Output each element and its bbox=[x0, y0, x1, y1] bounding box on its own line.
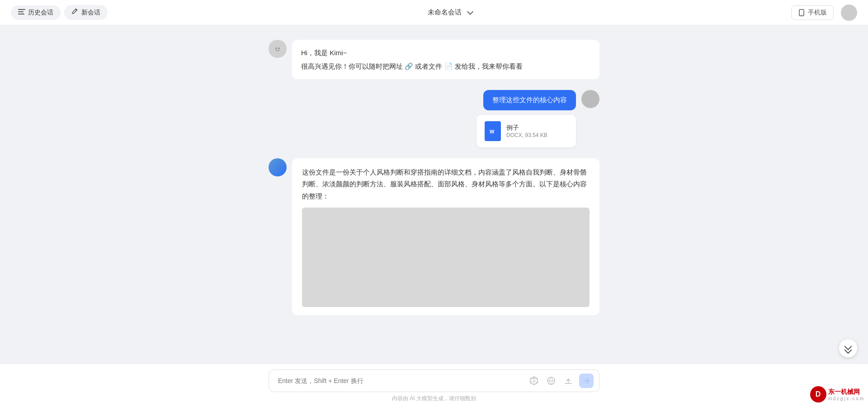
input-actions bbox=[528, 374, 594, 388]
input-box bbox=[269, 369, 599, 392]
file-card: W 例子 DOCX, 93.54 KB bbox=[476, 115, 576, 147]
greeting-line2: 很高兴遇见你！你可以随时把网址 🔗 或者文件 📄 发给我，我来帮你看看 bbox=[301, 61, 590, 72]
svg-point-5 bbox=[275, 47, 277, 49]
input-container: 内容由 AI 大模型生成，请仔细甄别 bbox=[258, 369, 610, 407]
disclaimer-text: 内容由 AI 大模型生成，请仔细甄别 bbox=[392, 395, 476, 402]
ai-message-row: Hi，我是 Kimi~ 很高兴遇见你！你可以随时把网址 🔗 或者文件 📄 发给我… bbox=[269, 40, 599, 79]
svg-point-4 bbox=[801, 14, 802, 15]
kimi-response-text: 这份文件是一份关于个人风格判断和穿搭指南的详细文档，内容涵盖了风格自我判断、身材… bbox=[302, 166, 590, 202]
new-chat-label: 新会话 bbox=[81, 9, 100, 17]
file-icon: W bbox=[485, 121, 501, 141]
watermark-site: 东一机械网 bbox=[828, 388, 863, 396]
greeting-line1: Hi，我是 Kimi~ bbox=[301, 47, 590, 59]
user-message-wrap: 整理这些文件的核心内容 W 例子 DOCX, 93.54 KB bbox=[258, 90, 610, 147]
kimi-message-row: 这份文件是一份关于个人风格判断和穿搭指南的详细文档，内容涵盖了风格自我判断、身材… bbox=[269, 158, 599, 315]
upload-button[interactable] bbox=[562, 374, 575, 387]
mobile-button[interactable]: 手机版 bbox=[791, 5, 834, 20]
input-area: 内容由 AI 大模型生成，请仔细甄别 bbox=[0, 364, 868, 407]
header-right: 手机版 bbox=[791, 5, 857, 21]
header: 历史会话 新会话 未命名会话 手机版 bbox=[0, 0, 868, 25]
cube-button[interactable] bbox=[528, 374, 540, 387]
history-label: 历史会话 bbox=[28, 9, 53, 17]
chat-input[interactable] bbox=[274, 370, 524, 392]
user-bubble: 整理这些文件的核心内容 bbox=[483, 90, 576, 110]
ai-avatar bbox=[269, 40, 287, 58]
ai-greeting-message: Hi，我是 Kimi~ 很高兴遇见你！你可以随时把网址 🔗 或者文件 📄 发给我… bbox=[258, 40, 610, 79]
kimi-bubble: 这份文件是一份关于个人风格判断和穿搭指南的详细文档，内容涵盖了风格自我判断、身材… bbox=[292, 158, 599, 315]
new-chat-button[interactable]: 新会话 bbox=[64, 5, 108, 20]
content-placeholder bbox=[302, 208, 590, 307]
input-footer: 内容由 AI 大模型生成，请仔细甄别 bbox=[269, 392, 599, 407]
file-name: 例子 bbox=[506, 124, 547, 132]
conversation-title[interactable]: 未命名会话 bbox=[428, 8, 472, 17]
kimi-avatar bbox=[269, 158, 287, 176]
title-dropdown-icon bbox=[467, 8, 473, 14]
scroll-down-button[interactable] bbox=[839, 339, 857, 357]
file-info: 例子 DOCX, 93.54 KB bbox=[506, 124, 547, 138]
history-icon bbox=[18, 9, 25, 16]
kimi-response-wrap: 这份文件是一份关于个人风格判断和穿搭指南的详细文档，内容涵盖了风格自我判断、身材… bbox=[258, 158, 610, 315]
user-message-inner: 整理这些文件的核心内容 W 例子 DOCX, 93.54 KB bbox=[269, 90, 599, 147]
watermark-text-block: 东一机械网 m d z g j x . c o m bbox=[828, 388, 863, 401]
send-button[interactable] bbox=[579, 374, 594, 388]
watermark-logo-icon: D bbox=[810, 386, 826, 402]
ai-bubble: Hi，我是 Kimi~ 很高兴遇见你！你可以随时把网址 🔗 或者文件 📄 发给我… bbox=[292, 40, 599, 79]
globe-button[interactable] bbox=[545, 374, 557, 387]
user-msg-row: 整理这些文件的核心内容 bbox=[483, 90, 599, 110]
history-button[interactable]: 历史会话 bbox=[11, 5, 61, 20]
new-chat-icon bbox=[71, 8, 79, 17]
svg-rect-1 bbox=[18, 11, 24, 12]
watermark: D 东一机械网 m d z g j x . c o m bbox=[810, 386, 863, 402]
mobile-label: 手机版 bbox=[808, 9, 827, 17]
svg-point-6 bbox=[278, 47, 280, 49]
watermark-url: m d z g j x . c o m bbox=[828, 396, 863, 401]
header-left: 历史会话 新会话 bbox=[11, 5, 108, 20]
svg-rect-0 bbox=[18, 9, 25, 10]
file-meta: DOCX, 93.54 KB bbox=[506, 132, 547, 138]
user-avatar-top[interactable] bbox=[841, 5, 857, 21]
double-chevron-icon bbox=[845, 344, 851, 353]
svg-rect-2 bbox=[18, 14, 24, 14]
chat-area: Hi，我是 Kimi~ 很高兴遇见你！你可以随时把网址 🔗 或者文件 📄 发给我… bbox=[0, 25, 868, 371]
mobile-icon bbox=[798, 9, 805, 16]
user-avatar bbox=[581, 90, 599, 108]
svg-text:W: W bbox=[490, 129, 495, 134]
title-text: 未命名会话 bbox=[428, 8, 462, 17]
